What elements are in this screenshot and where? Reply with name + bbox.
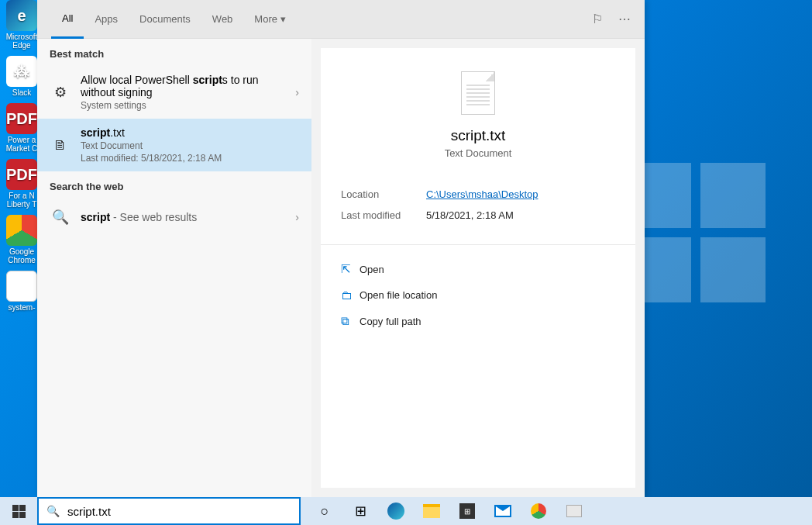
chevron-right-icon: ›: [295, 86, 299, 98]
desktop-icon-chrome[interactable]: Google Chrome: [5, 215, 39, 264]
windows-icon: [12, 505, 26, 518]
section-best-match: Best match: [37, 39, 311, 66]
start-button[interactable]: [0, 497, 37, 525]
taskbar-store[interactable]: ⊞: [449, 497, 485, 525]
file-thumbnail-icon: [461, 71, 495, 115]
search-tabs: All Apps Documents Web More ▾ ⚐ ⋯: [37, 0, 645, 39]
desktop-icon-pdf1[interactable]: PDFPower a Market C: [5, 103, 39, 153]
svg-rect-3: [19, 512, 26, 518]
taskbar-cortana[interactable]: ○: [307, 497, 342, 525]
folder-icon: 🗀: [341, 288, 360, 302]
text-file-icon: 🗎: [50, 134, 71, 156]
meta-location-label: Location: [341, 188, 426, 200]
preview-pane: script.txt Text Document Location C:\Use…: [311, 39, 645, 497]
desktop-icons: eMicrosoft Edge ⁂Slack PDFPower a Market…: [5, 0, 39, 318]
open-icon: ⇱: [341, 262, 360, 276]
svg-rect-2: [12, 512, 19, 518]
tab-apps[interactable]: Apps: [84, 0, 129, 39]
preview-title: script.txt: [321, 127, 635, 144]
meta-modified-label: Last modified: [341, 209, 426, 221]
taskbar: 🔍 ○ ⊞ ⊞: [0, 497, 812, 525]
search-input[interactable]: [67, 505, 291, 518]
action-open-location[interactable]: 🗀Open file location: [341, 282, 615, 308]
taskbar-mail[interactable]: [485, 497, 521, 525]
desktop-icon-pdf2[interactable]: PDFFor a N Liberty T: [5, 159, 39, 209]
chevron-right-icon: ›: [295, 211, 299, 223]
tab-more[interactable]: More ▾: [243, 0, 296, 39]
settings-icon: ⚙: [50, 81, 71, 103]
search-icon: 🔍: [46, 505, 60, 517]
taskbar-explorer[interactable]: [414, 497, 449, 525]
result-script-txt[interactable]: 🗎 script.txt Text Document Last modified…: [37, 119, 311, 171]
results-list: Best match ⚙ Allow local PowerShell scri…: [37, 39, 311, 497]
tab-web[interactable]: Web: [201, 0, 244, 39]
feedback-icon[interactable]: ⚐: [592, 12, 603, 26]
windows-logo-decor: [626, 163, 766, 302]
desktop-icon-slack[interactable]: ⁂Slack: [5, 56, 39, 97]
svg-rect-0: [12, 505, 19, 511]
more-options-icon[interactable]: ⋯: [618, 12, 631, 26]
tab-all[interactable]: All: [51, 0, 84, 39]
tab-documents[interactable]: Documents: [129, 0, 201, 39]
search-icon: 🔍: [50, 206, 71, 228]
copy-icon: ⧉: [341, 314, 360, 328]
taskbar-edge[interactable]: [378, 497, 414, 525]
meta-location-value[interactable]: C:\Users\mshaa\Desktop: [426, 188, 538, 200]
search-panel: All Apps Documents Web More ▾ ⚐ ⋯ Best m…: [37, 0, 645, 497]
action-open[interactable]: ⇱Open: [341, 256, 615, 282]
section-search-web: Search the web: [37, 171, 311, 199]
preview-type: Text Document: [321, 147, 635, 159]
result-web-search[interactable]: 🔍 script - See web results ›: [37, 199, 311, 236]
taskbar-taskview[interactable]: ⊞: [342, 497, 378, 525]
svg-rect-1: [19, 505, 26, 511]
result-powershell-setting[interactable]: ⚙ Allow local PowerShell scripts to run …: [37, 66, 311, 119]
desktop-icon-system[interactable]: system-: [5, 271, 39, 312]
action-copy-path[interactable]: ⧉Copy full path: [341, 308, 615, 334]
taskbar-chrome[interactable]: [521, 497, 556, 525]
taskbar-search-box[interactable]: 🔍: [37, 497, 301, 525]
taskbar-app[interactable]: [556, 497, 592, 525]
meta-modified-value: 5/18/2021, 2:18 AM: [426, 209, 514, 221]
desktop-icon-edge[interactable]: eMicrosoft Edge: [5, 0, 39, 50]
